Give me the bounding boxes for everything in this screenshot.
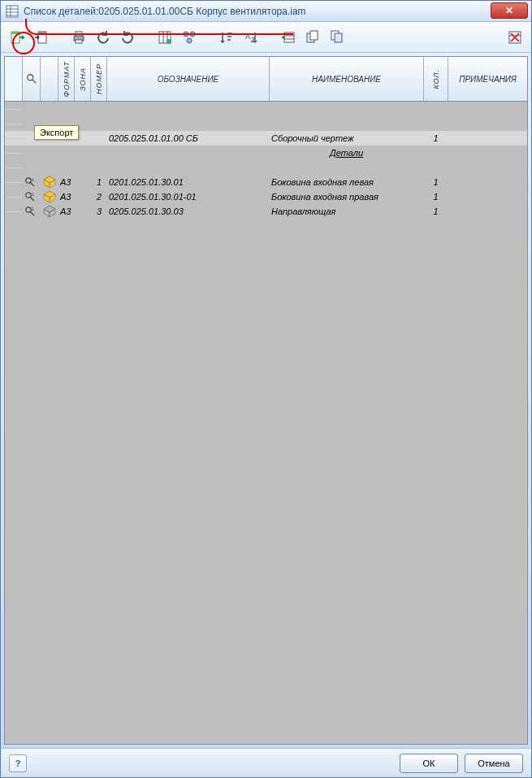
cell-name[interactable]: Боковина входная левая [270, 175, 424, 189]
cell-name[interactable]: Направляющая [270, 204, 424, 219]
svg-point-38 [26, 193, 31, 198]
cell-format[interactable]: А3 [58, 189, 75, 204]
toolbar: AZ [1, 22, 531, 53]
dialog-footer: ? ОК Отмена [1, 748, 531, 777]
header-format[interactable]: ФОРМАТ [58, 57, 75, 101]
header-note[interactable]: ПРИМЕЧАНИЯ [448, 57, 527, 101]
cell-name[interactable]: Боковина входная правая [270, 189, 424, 204]
cell-note[interactable] [448, 204, 527, 219]
undo-button[interactable] [92, 26, 115, 49]
header-find[interactable] [23, 57, 41, 101]
svg-rect-10 [76, 32, 82, 36]
assembly-row[interactable]: 0205.025.01.01.00 СБ Сборочный чертеж 1 [5, 131, 527, 146]
find-icon[interactable]: 1 [23, 175, 41, 189]
cell-designation[interactable]: 0205.025.01.30.03 [107, 204, 270, 219]
filter-button[interactable]: AZ [240, 26, 262, 49]
cell-format[interactable]: А3 [58, 204, 75, 219]
header-number[interactable]: НОМЕР [91, 57, 107, 101]
cell-format[interactable]: А3 [58, 175, 75, 189]
redo-button[interactable] [116, 26, 139, 49]
parts-list-dialog: Список деталей:0205.025.01.01.00СБ Корпу… [0, 0, 532, 778]
find-icon[interactable]: 1 [23, 204, 41, 219]
cell-zone[interactable] [75, 189, 91, 204]
title-bar[interactable]: Список деталей:0205.025.01.01.00СБ Корпу… [1, 1, 531, 22]
svg-point-18 [187, 38, 192, 43]
header-designation[interactable]: ОБОЗНАЧЕНИЕ [107, 57, 270, 101]
cancel-button[interactable]: Отмена [465, 754, 523, 773]
print-button[interactable] [67, 26, 90, 49]
svg-rect-27 [335, 33, 342, 42]
window-title: Список деталей:0205.025.01.01.00СБ Корпу… [24, 6, 306, 17]
paste-button[interactable] [326, 26, 348, 49]
cell-number[interactable]: 2 [91, 189, 107, 204]
svg-point-15 [167, 39, 171, 44]
cell-number[interactable]: 3 [91, 204, 107, 219]
sort-button[interactable] [215, 26, 238, 49]
grid-body: 0205.025.01.01.00 СБ Сборочный чертеж 1 … [5, 102, 527, 219]
svg-text:A: A [245, 33, 250, 41]
export-tooltip: Экспорт [34, 125, 79, 140]
part-type-icon [41, 175, 58, 189]
ok-button[interactable]: ОК [400, 754, 458, 773]
svg-point-44 [26, 207, 31, 212]
table-row[interactable] [5, 160, 527, 175]
cell-note[interactable] [448, 175, 527, 189]
header-qty[interactable]: КОЛ. [424, 57, 448, 101]
delete-button[interactable] [504, 26, 526, 49]
svg-line-33 [31, 183, 35, 187]
close-button[interactable]: ✕ [491, 2, 528, 19]
parts-list-icon [6, 5, 19, 18]
import-button[interactable] [30, 26, 53, 49]
svg-rect-8 [38, 32, 46, 34]
export-button[interactable] [6, 26, 28, 49]
part-row[interactable]: 1А320201.025.01.30.01-01Боковина входная… [5, 189, 527, 204]
svg-point-17 [190, 32, 195, 37]
cell-qty[interactable]: 1 [424, 204, 448, 219]
svg-line-31 [32, 80, 35, 83]
svg-rect-25 [310, 31, 318, 40]
grid-header: ФОРМАТ ЗОНА НОМЕР ОБОЗНАЧЕНИЕ НАИМЕНОВАН… [5, 57, 527, 102]
table-row[interactable] [5, 102, 527, 116]
group-settings-button[interactable] [178, 26, 201, 49]
svg-point-16 [184, 32, 188, 37]
svg-line-39 [31, 198, 35, 202]
header-icon[interactable] [41, 57, 58, 101]
find-icon[interactable]: 1 [23, 189, 41, 204]
column-chooser-button[interactable] [154, 26, 176, 49]
cell-zone[interactable] [75, 204, 91, 219]
part-type-icon [41, 204, 58, 219]
header-handle[interactable] [5, 57, 23, 101]
svg-point-30 [27, 75, 32, 80]
copy-button[interactable] [301, 26, 324, 49]
cell-qty[interactable]: 1 [424, 175, 448, 189]
cell-zone[interactable] [75, 175, 91, 189]
cell-note[interactable] [448, 189, 527, 204]
insert-row-button[interactable] [277, 26, 300, 49]
cell-qty[interactable]: 1 [424, 189, 448, 204]
svg-rect-11 [76, 40, 82, 43]
svg-point-32 [26, 178, 31, 183]
svg-text:1: 1 [32, 177, 35, 182]
help-button[interactable]: ? [9, 754, 27, 772]
header-zone[interactable]: ЗОНА [75, 57, 91, 101]
svg-rect-21 [284, 33, 294, 42]
part-type-icon [41, 189, 58, 204]
table-row[interactable] [5, 116, 527, 131]
cell-designation[interactable]: 0201.025.01.30.01 [107, 175, 270, 189]
section-header-row[interactable]: Детали [5, 146, 527, 160]
svg-text:1: 1 [32, 192, 35, 197]
cell-designation[interactable]: 0201.025.01.30.01-01 [107, 189, 270, 204]
cell-number[interactable]: 1 [91, 175, 107, 189]
part-row[interactable]: 1А330205.025.01.30.03Направляющая1 [5, 204, 527, 219]
part-row[interactable]: 1А310201.025.01.30.01Боковина входная ле… [5, 175, 527, 189]
parts-grid[interactable]: ФОРМАТ ЗОНА НОМЕР ОБОЗНАЧЕНИЕ НАИМЕНОВАН… [4, 56, 528, 745]
svg-text:1: 1 [32, 206, 35, 211]
header-name[interactable]: НАИМЕНОВАНИЕ [270, 57, 424, 101]
svg-line-45 [31, 212, 35, 216]
svg-rect-6 [11, 32, 19, 34]
